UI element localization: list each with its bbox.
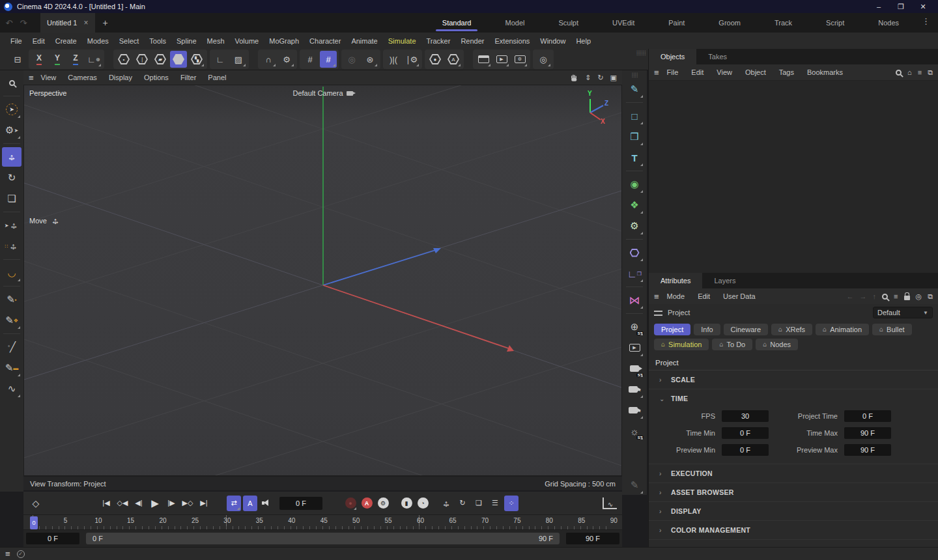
modeling-axis-icon[interactable]: ◎ [343,51,360,68]
layout-tab[interactable]: Sculpt [541,13,595,33]
target-icon[interactable]: ◎ [916,292,922,301]
snap-settings-button[interactable]: ⚙ [278,51,295,68]
attribute-tab-chip[interactable]: ⌂ XRefs [771,324,812,335]
autokey-button[interactable]: A [360,496,374,511]
playhead[interactable]: 0 [30,516,38,529]
fcurve-mode-button[interactable]: ∿ [603,497,617,509]
camera-stage-icon[interactable]: ST [625,359,644,378]
attribute-tab-chip[interactable]: ⌂ Bullet [872,324,912,335]
spline-pen-icon[interactable]: ✎ [625,79,644,99]
layout-tab[interactable]: UVEdit [595,13,651,33]
objects-filter-icon[interactable]: ≡ [918,68,922,76]
spline-primitive-icon[interactable]: □ [625,106,644,126]
rotate-view-icon[interactable]: ↻ [597,74,603,82]
spline-pen-polygon-button[interactable]: ✎❖ [2,311,21,330]
solo-auto-button[interactable]: A [445,51,462,68]
section-display[interactable]: ›DISPLAY [649,502,938,521]
layout-tab[interactable]: Script [809,13,861,33]
record-objects-button[interactable]: ▮ [399,496,414,511]
quantize-button[interactable]: # [320,51,337,68]
objects-menu-tags[interactable]: Tags [774,68,799,76]
objects-hamburger-icon[interactable]: ≡ [654,68,659,77]
preset-dropdown[interactable]: Default ▼ [873,307,933,318]
menu-item[interactable]: Render [455,37,489,45]
axis-mode-button[interactable]: ∟ [212,51,229,68]
axis-gizmo[interactable]: Y Z X [576,93,612,124]
close-button[interactable]: ✕ [912,3,934,11]
menu-item[interactable]: Select [114,37,145,45]
lock-y-axis-button[interactable]: Y [49,51,66,68]
palette-drag-handle-icon[interactable]: ⣿⣿ [631,72,638,78]
status-menu-icon[interactable]: ≡ [5,549,10,559]
attributes-menu-edit[interactable]: Edit [692,292,715,300]
section-time[interactable]: ⌄TIME [649,389,938,408]
annotate-pencil-icon[interactable]: ✎ [625,475,644,495]
toggle-panel-icon[interactable]: ▣ [610,74,617,82]
preview-max-field[interactable]: 90 F [844,444,891,456]
time-max-field[interactable]: 90 F [844,427,891,439]
layout-tab[interactable]: Nodes [861,13,916,33]
section-color-management[interactable]: ›COLOR MANAGEMENT [649,521,938,540]
menu-item[interactable]: Volume [230,37,264,45]
next-frame-button[interactable]: |▶ [164,496,178,511]
symmetry-button[interactable]: )|( [385,51,402,68]
panel-tab[interactable]: Takes [696,49,739,64]
layout-tab[interactable]: Paint [651,13,702,33]
timeline-ruler[interactable]: 0 051015202530354045505560657075808590 [23,514,622,530]
keyframe-settings-button[interactable]: ⚙ [376,496,390,511]
attributes-hamburger-icon[interactable]: ≡ [654,292,659,301]
field-icon[interactable] [625,243,644,262]
objects-search-icon[interactable] [896,70,902,76]
camera-target-icon[interactable]: ◂ [625,380,644,399]
objects-menu-bookmarks[interactable]: Bookmarks [802,68,848,76]
spline-pen-rectangle-button[interactable]: ✎▪ [2,290,21,309]
record-button[interactable]: ● [343,496,358,511]
section-execution[interactable]: ›EXECUTION [649,464,938,483]
attribute-tab-chip[interactable]: ⌂ Nodes [756,339,798,350]
menu-item[interactable]: Help [571,37,596,45]
solo-visibility-button[interactable]: ● [427,51,444,68]
key-scale-button[interactable]: ❏ [472,496,486,511]
range-end-field[interactable]: 90 F [566,533,619,544]
sketch-spline-button[interactable]: ∿ [2,379,21,399]
viewport-menu-cameras[interactable]: Cameras [63,74,102,81]
menu-item[interactable]: File [5,37,27,45]
layout-tab[interactable]: Track [758,13,809,33]
cube-primitive-icon[interactable]: ❒ [625,127,644,147]
viewport-menu-panel[interactable]: Panel [203,74,231,81]
objects-home-icon[interactable]: ⌂ [907,68,912,76]
project-time-field[interactable]: 0 F [844,410,891,422]
objects-menu-edit[interactable]: Edit [686,68,709,76]
redo-icon[interactable]: ↷ [18,18,29,28]
viewport-hamburger-icon[interactable]: ≡ [29,73,34,83]
text-object-icon[interactable]: T [625,148,644,167]
snap-magnet-button[interactable]: ∩ [260,51,277,68]
workplane-mode-button[interactable]: ▨ [230,51,247,68]
move-tool-button[interactable] [2,147,21,167]
attributes-filter-icon[interactable]: ≡ [894,292,898,300]
objects-menu-object[interactable]: Object [740,68,771,76]
menu-item[interactable]: Character [304,37,346,45]
texture-mode-button[interactable]: ▚ [188,51,205,68]
attribute-tab-chip[interactable]: Cineware [724,324,768,335]
lock-x-axis-button[interactable]: X [31,51,48,68]
volume-builder-icon[interactable]: ❖ [625,195,644,215]
attributes-menu-userdata[interactable]: User Data [718,292,761,300]
render-picture-viewer-button[interactable]: ▶ [493,51,510,68]
loop-mode-button[interactable]: ⇄ [227,496,241,511]
modeling-settings-button[interactable]: ⊛ [362,51,378,68]
lock-icon[interactable] [904,296,910,300]
next-key-button[interactable]: ▶◇ [180,496,195,511]
fps-field[interactable]: 30 [722,410,769,422]
document-tab[interactable]: Untitled 1 × [40,13,95,33]
layout-tab[interactable]: Groom [702,13,758,33]
goto-end-button[interactable]: ▶| [197,496,211,511]
pan-hand-icon[interactable] [570,74,578,82]
rotate-tool-button[interactable]: ↻ [2,168,21,188]
selection-move-tool-button[interactable]: ➤ [2,216,21,235]
objects-menu-view[interactable]: View [711,68,737,76]
attributes-menu-mode[interactable]: Mode [662,292,690,300]
key-rotation-button[interactable]: ↻ [455,496,470,511]
menu-item[interactable]: Tracker [421,37,456,45]
viewport-canvas[interactable]: Perspective Default Camera Move Y Z X [23,85,622,476]
